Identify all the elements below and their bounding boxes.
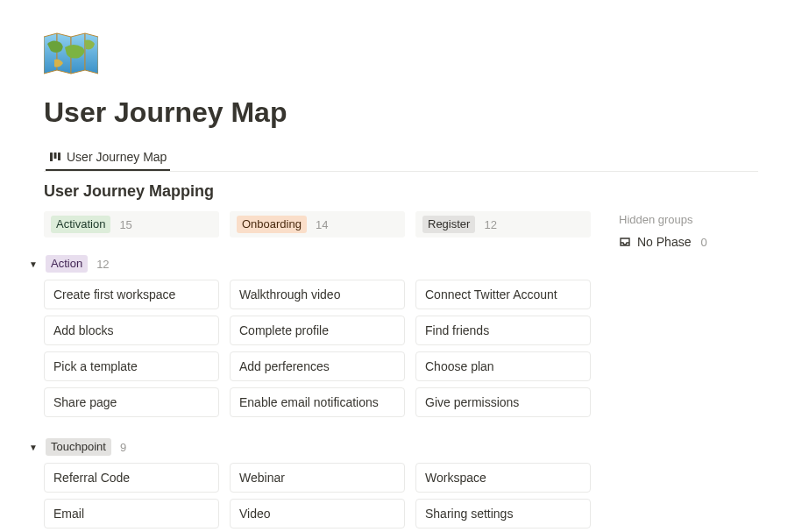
card[interactable]: Find friends [415,316,591,345]
cards-action-activation: Create first workspace Add blocks Pick a… [44,280,219,422]
card[interactable]: Webinar [230,463,405,493]
card[interactable]: Enable email notifications [230,387,405,417]
board-icon [49,151,61,163]
group-header-action[interactable]: Action 12 [46,255,110,273]
toggle-touchpoint[interactable]: ▼ [28,443,39,452]
cards-touchpoint-activation: Referral Code Email Free Resources [44,463,219,532]
card[interactable]: Complete profile [230,316,405,345]
tab-label: User Journey Map [67,150,167,164]
column-header-activation[interactable]: Activation 15 [44,211,219,238]
card[interactable]: Choose plan [415,351,591,381]
column-header-register[interactable]: Register 12 [415,211,591,238]
card[interactable]: Pick a template [44,351,219,381]
hidden-group-no-phase[interactable]: No Phase 0 [619,235,707,249]
card[interactable]: Email [44,499,219,528]
svg-marker-3 [85,33,98,74]
card[interactable]: Workspace [415,463,591,493]
page-title: User Journey Map [44,96,758,129]
column-headers: Activation 15 Onboarding 14 Register 12 [44,211,591,250]
card[interactable]: Create first workspace [44,280,219,309]
group-count-action: 12 [96,258,109,271]
column-pill-register: Register [422,216,475,233]
card[interactable]: Connect Twitter Account [415,280,591,309]
hidden-group-label: No Phase [637,235,691,249]
cards-touchpoint-onboarding: Webinar Video Settings Templates List [230,463,405,532]
hidden-groups-panel: Hidden groups No Phase 0 [619,211,707,532]
toggle-action[interactable]: ▼ [28,259,39,269]
card[interactable]: Referral Code [44,463,219,493]
card[interactable]: Give permissions [415,387,591,417]
column-pill-activation: Activation [51,216,110,233]
column-count-activation: 15 [119,218,131,231]
card[interactable]: Walkthrough video [230,280,405,309]
column-count-onboarding: 14 [316,218,328,231]
group-count-touchpoint: 9 [120,441,126,454]
group-pill-touchpoint: Touchpoint [46,438,111,456]
svg-marker-0 [44,33,57,74]
card[interactable]: Video [230,499,405,528]
card[interactable]: Sharing settings [415,499,591,528]
svg-rect-6 [58,153,60,160]
column-header-onboarding[interactable]: Onboarding 14 [230,211,405,238]
svg-rect-4 [50,153,53,161]
hidden-groups-title: Hidden groups [619,213,707,226]
cards-action-register: Connect Twitter Account Find friends Cho… [415,280,591,422]
svg-rect-5 [54,153,57,159]
hidden-group-count: 0 [700,236,706,249]
group-header-touchpoint[interactable]: Touchpoint 9 [46,438,126,456]
card[interactable]: Add blocks [44,316,219,345]
card[interactable]: Add perferences [230,351,405,381]
cards-touchpoint-register: Workspace Sharing settings [415,463,591,532]
world-map-icon [44,32,98,77]
card[interactable]: Share page [44,387,219,417]
inbox-icon [619,236,631,248]
tab-user-journey-map[interactable]: User Journey Map [46,145,170,171]
group-pill-action: Action [46,255,88,273]
column-pill-onboarding: Onboarding [237,216,307,233]
view-tabs: User Journey Map [44,145,758,172]
column-count-register: 12 [484,218,496,231]
cards-action-onboarding: Walkthrough video Complete profile Add p… [230,280,405,422]
section-title: User Journey Mapping [44,182,758,201]
